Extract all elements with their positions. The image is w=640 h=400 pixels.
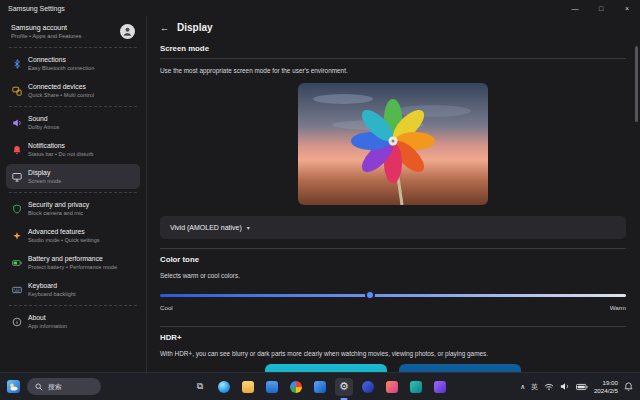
sidebar-item-connected-devices[interactable]: Connected devices Quick Share • Multi co… bbox=[6, 78, 140, 103]
mail-icon[interactable] bbox=[311, 378, 329, 396]
settings-gear-icon[interactable]: ⚙ bbox=[335, 378, 353, 396]
sidebar-item-label: Sound bbox=[28, 115, 59, 122]
hdr-sample-image-2 bbox=[399, 364, 521, 372]
search-box[interactable]: 搜索 bbox=[27, 378, 101, 395]
screen-mode-sample-image bbox=[298, 83, 488, 205]
samsung-settings-icon[interactable] bbox=[359, 378, 377, 396]
sidebar-item-battery-and-performance[interactable]: Battery and performance Protect battery … bbox=[6, 250, 140, 275]
battery-status-icon[interactable] bbox=[576, 383, 588, 391]
info-icon bbox=[11, 316, 22, 327]
color-tone-description: Selects warm or cool colors. bbox=[160, 272, 626, 279]
sidebar-item-label: Connections bbox=[28, 56, 94, 63]
sidebar-item-advanced-features[interactable]: Advanced features Studio mode • Quick se… bbox=[6, 223, 140, 248]
sidebar-item-keyboard[interactable]: Keyboard Keyboard backlight bbox=[6, 277, 140, 302]
task-view-icon[interactable]: ⧉ bbox=[191, 378, 209, 396]
store-icon[interactable] bbox=[263, 378, 281, 396]
taskbar-apps: ⧉ ⚙ bbox=[191, 373, 449, 400]
sidebar-item-sub: Status bar • Do not disturb bbox=[28, 151, 93, 157]
hdr-sample-image-1 bbox=[265, 364, 387, 372]
search-placeholder: 搜索 bbox=[48, 382, 62, 392]
screen-mode-dropdown[interactable]: Vivid (AMOLED native) ▾ bbox=[160, 216, 626, 239]
sidebar-item-label: Advanced features bbox=[28, 228, 100, 235]
sidebar-item-about[interactable]: About App information bbox=[6, 309, 140, 334]
system-tray: ∧ 英 19:00 2024/2/5 bbox=[520, 379, 633, 393]
bluetooth-icon bbox=[11, 58, 22, 69]
shield-icon bbox=[11, 203, 22, 214]
divider bbox=[9, 305, 137, 306]
gallery-icon[interactable] bbox=[383, 378, 401, 396]
taskbar: 搜索 ⧉ ⚙ bbox=[0, 372, 640, 400]
notification-bell-icon[interactable] bbox=[624, 382, 633, 391]
screen-mode-selected-value: Vivid (AMOLED native) bbox=[170, 224, 242, 231]
tray-time: 19:00 bbox=[603, 379, 618, 386]
ime-language-indicator[interactable]: 英 bbox=[531, 382, 538, 392]
active-app-indicator bbox=[341, 398, 348, 400]
sidebar-item-display[interactable]: Display Screen mode bbox=[6, 164, 140, 189]
color-tone-section-title: Color tone bbox=[160, 255, 626, 264]
file-explorer-icon[interactable] bbox=[239, 378, 257, 396]
sidebar-item-sound[interactable]: Sound Dolby Atmos bbox=[6, 110, 140, 135]
divider bbox=[9, 106, 137, 107]
sidebar-item-label: Connected devices bbox=[28, 83, 94, 90]
color-tone-slider[interactable] bbox=[160, 289, 626, 301]
avatar[interactable] bbox=[120, 24, 135, 39]
wifi-icon[interactable] bbox=[544, 382, 554, 391]
warm-label: Warm bbox=[610, 304, 626, 311]
window-controls: — □ × bbox=[562, 0, 640, 16]
window-title: Samsung Settings bbox=[0, 5, 65, 12]
sidebar-item-sub: Keyboard backlight bbox=[28, 291, 76, 297]
titlebar: Samsung Settings — □ × bbox=[0, 0, 640, 16]
clock[interactable]: 19:00 2024/2/5 bbox=[594, 379, 618, 393]
sidebar-item-label: Battery and performance bbox=[28, 255, 117, 262]
screen-mode-section-title: Screen mode bbox=[160, 44, 626, 53]
sidebar-item-label: About bbox=[28, 314, 67, 321]
scrollbar[interactable] bbox=[635, 46, 638, 122]
divider bbox=[9, 192, 137, 193]
maximize-button[interactable]: □ bbox=[588, 0, 614, 16]
back-button[interactable]: ← bbox=[160, 23, 169, 33]
sidebar-item-sub: Protect battery • Performance mode bbox=[28, 264, 117, 270]
volume-icon[interactable] bbox=[560, 382, 570, 391]
sidebar-item-label: Notifications bbox=[28, 142, 93, 149]
sidebar-item-sub: Easy Bluetooth connection bbox=[28, 65, 94, 71]
minimize-button[interactable]: — bbox=[562, 0, 588, 16]
sidebar-item-sub: App information bbox=[28, 323, 67, 329]
slider-track[interactable] bbox=[160, 294, 626, 297]
widgets-icon[interactable] bbox=[7, 380, 20, 393]
photos-icon[interactable] bbox=[287, 378, 305, 396]
cool-label: Cool bbox=[160, 304, 173, 311]
samsung-account-item[interactable]: Samsung account Profile • Apps and Featu… bbox=[6, 19, 140, 44]
divider bbox=[160, 58, 626, 59]
taskbar-left: 搜索 bbox=[7, 378, 101, 395]
bell-icon bbox=[11, 144, 22, 155]
account-text: Samsung account Profile • Apps and Featu… bbox=[11, 24, 81, 39]
slider-handle[interactable] bbox=[365, 290, 375, 300]
sidebar-item-security-and-privacy[interactable]: Security and privacy Block camera and mi… bbox=[6, 196, 140, 221]
tray-date: 2024/2/5 bbox=[594, 387, 618, 394]
screen-mode-description: Use the most appropriate screen mode for… bbox=[160, 67, 626, 74]
tray-chevron-up-icon[interactable]: ∧ bbox=[520, 383, 525, 391]
sidebar-item-notifications[interactable]: Notifications Status bar • Do not distur… bbox=[6, 137, 140, 162]
account-label: Samsung account bbox=[11, 24, 81, 31]
person-icon bbox=[122, 26, 133, 37]
hdr-comparison-images bbox=[160, 364, 626, 372]
close-button[interactable]: × bbox=[614, 0, 640, 16]
sidebar-item-sub: Quick Share • Multi control bbox=[28, 92, 94, 98]
edge-browser-icon[interactable] bbox=[215, 378, 233, 396]
video-player-icon[interactable] bbox=[407, 378, 425, 396]
sidebar-item-label: Keyboard bbox=[28, 282, 76, 289]
sidebar-item-connections[interactable]: Connections Easy Bluetooth connection bbox=[6, 51, 140, 76]
sidebar-item-sub: Studio mode • Quick settings bbox=[28, 237, 100, 243]
divider bbox=[160, 326, 626, 327]
sidebar-item-sub: Block camera and mic bbox=[28, 210, 89, 216]
slider-labels: Cool Warm bbox=[160, 304, 626, 311]
display-settings-page: ← Display Screen mode Use the most appro… bbox=[148, 16, 640, 372]
page-title: Display bbox=[177, 22, 213, 33]
devices-icon bbox=[11, 85, 22, 96]
sparkle-icon bbox=[11, 230, 22, 241]
notes-icon[interactable] bbox=[431, 378, 449, 396]
battery-icon bbox=[11, 257, 22, 268]
speaker-icon bbox=[11, 117, 22, 128]
sidebar-item-sub: Dolby Atmos bbox=[28, 124, 59, 130]
hdr-description: With HDR+, you can see blurry or dark pa… bbox=[160, 350, 626, 357]
